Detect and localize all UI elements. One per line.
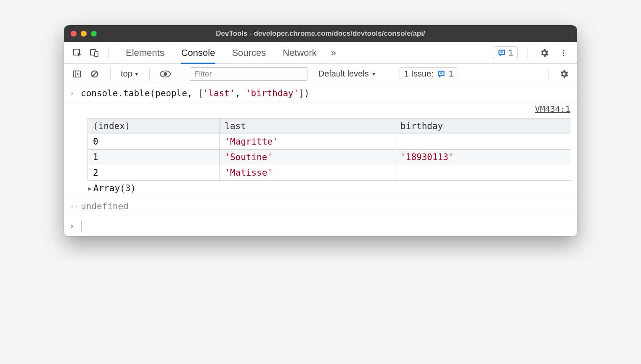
chevron-down-icon: ▼ [134, 71, 139, 77]
minimize-button[interactable] [81, 31, 87, 37]
cell-birthday [395, 134, 571, 150]
divider [149, 68, 150, 80]
console-table: (index) last birthday 0 'Magritte' 1 'So… [87, 118, 571, 181]
output-chevron-icon: ‹· [70, 200, 81, 212]
col-last[interactable]: last [220, 119, 395, 134]
svg-line-12 [93, 72, 96, 76]
tab-console[interactable]: Console [181, 42, 215, 63]
kebab-menu-icon[interactable] [556, 45, 571, 61]
svg-rect-2 [95, 52, 98, 57]
triangle-right-icon: ▶ [88, 185, 92, 192]
panel-tabs: Elements Console Sources Network [126, 42, 317, 63]
divider [548, 68, 548, 80]
chat-icon [498, 49, 506, 57]
cell-birthday [395, 165, 571, 181]
chevron-down-icon: ▼ [371, 71, 376, 77]
svg-rect-8 [74, 71, 81, 77]
tab-elements[interactable]: Elements [126, 42, 164, 63]
issues-count: 1 [449, 69, 453, 79]
svg-point-6 [563, 52, 564, 53]
table-row: 2 'Matisse' [88, 165, 571, 181]
cell-birthday: '18930113' [395, 150, 571, 165]
levels-label: Default levels [318, 69, 369, 79]
cell-index: 2 [88, 165, 220, 181]
log-levels-selector[interactable]: Default levels ▼ [318, 69, 376, 79]
string-literal: 'last' [203, 88, 235, 98]
divider [109, 47, 109, 59]
divider [385, 68, 385, 80]
inspect-icon[interactable] [70, 45, 85, 61]
console-return-row: ‹· undefined [64, 197, 577, 216]
console-prompt-row[interactable]: › [64, 216, 577, 236]
table-header-row: (index) last birthday [88, 119, 571, 134]
console-command-row: › console.table(people, ['last', 'birthd… [64, 84, 577, 103]
issues-counter[interactable]: 1 Issue: 1 [400, 67, 458, 80]
svg-point-14 [164, 72, 167, 75]
device-toggle-icon[interactable] [87, 45, 102, 61]
context-selector[interactable]: top ▼ [119, 69, 141, 79]
console-settings-icon[interactable] [557, 67, 571, 81]
array-expand-toggle[interactable]: ▶ Array(3) [87, 181, 571, 194]
array-summary: Array(3) [93, 183, 136, 193]
svg-marker-10 [77, 73, 79, 75]
titlebar: DevTools - developer.chrome.com/docs/dev… [64, 25, 577, 42]
code-fragment: ]) [299, 88, 309, 98]
command-text: console.table(people, ['last', 'birthday… [81, 87, 571, 99]
devtools-window: DevTools - developer.chrome.com/docs/dev… [64, 25, 577, 236]
filter-input[interactable] [190, 67, 307, 81]
traffic-lights [71, 31, 97, 37]
svg-point-5 [563, 50, 564, 51]
issues-label: 1 Issue: [404, 69, 434, 79]
cell-last: 'Magritte' [220, 134, 395, 150]
cell-index: 1 [88, 150, 220, 165]
string-literal: 'birthday' [246, 88, 299, 98]
cell-last: 'Matisse' [220, 165, 395, 181]
code-fragment: console.table(people, [ [81, 88, 203, 98]
table-row: 1 'Soutine' '18930113' [88, 150, 571, 165]
console-table-container: (index) last birthday 0 'Magritte' 1 'So… [64, 116, 577, 197]
issues-badge[interactable]: 1 [493, 46, 518, 59]
console-toolbar: top ▼ Default levels ▼ 1 Issue: 1 [64, 64, 577, 84]
more-tabs-button[interactable]: » [331, 47, 336, 58]
divider [110, 68, 111, 80]
prompt-chevron-icon: › [70, 220, 81, 232]
chat-icon [437, 70, 445, 78]
settings-icon[interactable] [537, 45, 552, 61]
svg-point-7 [563, 55, 564, 56]
divider [527, 47, 527, 59]
source-link[interactable]: VM434:1 [527, 104, 570, 114]
close-button[interactable] [71, 31, 77, 37]
tab-sources[interactable]: Sources [232, 42, 266, 63]
console-output: › console.table(people, ['last', 'birthd… [64, 84, 577, 236]
devtools-tabbar: Elements Console Sources Network » 1 [64, 42, 577, 64]
maximize-button[interactable] [91, 31, 97, 37]
col-index[interactable]: (index) [88, 119, 220, 134]
issues-badge-count: 1 [509, 48, 513, 58]
clear-console-icon[interactable] [87, 67, 102, 81]
context-label: top [121, 69, 132, 79]
tab-network[interactable]: Network [283, 42, 317, 63]
text-cursor [82, 221, 82, 231]
source-link-row: VM434:1 [64, 103, 577, 116]
input-chevron-icon: › [70, 87, 81, 99]
cell-last: 'Soutine' [220, 150, 395, 165]
return-value: undefined [81, 200, 571, 212]
cell-index: 0 [88, 134, 220, 150]
divider [181, 68, 181, 80]
toggle-sidebar-icon[interactable] [70, 67, 84, 81]
live-expression-icon[interactable] [158, 67, 172, 81]
col-birthday[interactable]: birthday [395, 119, 571, 134]
table-row: 0 'Magritte' [88, 134, 571, 150]
window-title: DevTools - developer.chrome.com/docs/dev… [216, 29, 425, 38]
code-fragment: , [235, 88, 246, 98]
